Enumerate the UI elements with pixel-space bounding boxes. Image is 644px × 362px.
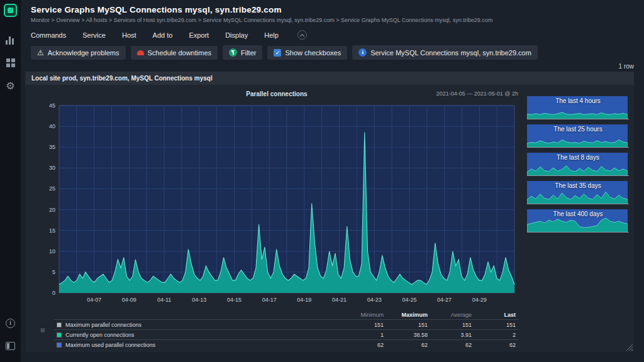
menu-service[interactable]: Service bbox=[82, 31, 106, 39]
setup-gear-icon[interactable]: ⚙ bbox=[6, 81, 14, 91]
page-title: Service Graphs MySQL Connections mysql, … bbox=[31, 5, 634, 14]
legend-value: 151 bbox=[474, 320, 518, 330]
siren-icon bbox=[137, 50, 144, 55]
preview-title: The last 35 days bbox=[527, 182, 629, 189]
legend-row: Maximum parallel connections151151151151 bbox=[54, 320, 518, 330]
menu-collapse-button[interactable] bbox=[297, 30, 307, 40]
filter-button[interactable]: Filter bbox=[223, 45, 262, 60]
menu-host[interactable]: Host bbox=[122, 31, 136, 39]
svg-text:04-13: 04-13 bbox=[192, 297, 206, 303]
row-count: 1 row bbox=[21, 63, 634, 70]
menu-display[interactable]: Display bbox=[225, 31, 248, 39]
graph-title: Parallel connections bbox=[246, 90, 307, 97]
svg-text:45: 45 bbox=[49, 102, 55, 109]
legend-row: Maximum used parallel connections6262626… bbox=[54, 340, 518, 350]
checkbox-icon: ✓ bbox=[274, 49, 281, 57]
svg-text:04-09: 04-09 bbox=[122, 297, 136, 303]
show-checkboxes-button[interactable]: ✓ Show checkboxes bbox=[267, 46, 347, 60]
button-label: Acknowledge problems bbox=[48, 49, 119, 57]
breadcrumb[interactable]: Monitor > Overview > All hosts > Service… bbox=[31, 17, 634, 23]
legend-value: 38.58 bbox=[386, 330, 430, 340]
preview-title: The last 8 days bbox=[527, 154, 629, 161]
chevron-up-icon bbox=[300, 34, 304, 38]
checkmk-logo[interactable] bbox=[4, 4, 17, 17]
preview-item[interactable]: The last 8 days bbox=[527, 153, 629, 176]
legend-metric-label: Maximum parallel connections bbox=[54, 320, 342, 330]
dashlet-title: Local site prod, syn.tribe29.com, MySQL … bbox=[25, 72, 634, 85]
col-minimum[interactable]: Minimum bbox=[342, 310, 386, 320]
filter-icon bbox=[229, 48, 237, 57]
legend-row: Currently open connections138.583.912 bbox=[54, 330, 518, 340]
preview-item[interactable]: The last 25 hours bbox=[527, 124, 629, 148]
svg-text:04-15: 04-15 bbox=[227, 297, 242, 303]
legend-value: 62 bbox=[474, 340, 518, 350]
menu-add-to[interactable]: Add to bbox=[153, 31, 173, 39]
info-icon[interactable]: i bbox=[6, 319, 15, 328]
menubar: Commands Service Host Add to Export Disp… bbox=[31, 30, 634, 40]
preview-title: The last 25 hours bbox=[527, 126, 629, 133]
page-header: Service Graphs MySQL Connections mysql, … bbox=[21, 0, 644, 23]
legend-header-row: Minimum Maximum Average Last bbox=[54, 310, 518, 320]
warning-icon: ⚠ bbox=[37, 50, 44, 56]
svg-text:04-11: 04-11 bbox=[157, 297, 171, 303]
graph-dashlet: Local site prod, syn.tribe29.com, MySQL … bbox=[25, 72, 634, 352]
preview-column: The last 4 hoursThe last 25 hoursThe las… bbox=[526, 89, 630, 349]
svg-text:40: 40 bbox=[49, 123, 55, 129]
menu-commands[interactable]: Commands bbox=[31, 31, 66, 39]
button-label: Service MySQL Connections mysql, syn.tri… bbox=[370, 49, 531, 57]
main-chart-svg[interactable]: 05101520253035404504-0704-0904-1104-1304… bbox=[30, 102, 521, 308]
acknowledge-problems-button[interactable]: ⚠ Acknowledge problems bbox=[31, 46, 126, 60]
service-info-button[interactable]: i Service MySQL Connections mysql, syn.t… bbox=[352, 45, 538, 60]
legend-value: 151 bbox=[386, 320, 430, 330]
legend-value: 151 bbox=[342, 320, 386, 330]
button-label: Schedule downtimes bbox=[148, 49, 212, 57]
legend-table: Minimum Maximum Average Last Maximum par… bbox=[54, 310, 518, 349]
legend-metric-label: Maximum used parallel connections bbox=[54, 340, 342, 350]
svg-text:0: 0 bbox=[52, 290, 55, 296]
col-last[interactable]: Last bbox=[474, 310, 518, 320]
sidebar: ⚙ i bbox=[0, 0, 21, 362]
svg-text:35: 35 bbox=[49, 144, 55, 150]
info-circle-icon: i bbox=[358, 48, 367, 57]
legend-metric-label: Currently open connections bbox=[54, 330, 342, 340]
legend-swatch-icon bbox=[57, 343, 62, 348]
legend-value: 62 bbox=[386, 340, 430, 350]
preview-item[interactable]: The last 4 hours bbox=[527, 96, 629, 119]
graph-legend: ≡ Minimum Maximum Average Last bbox=[30, 310, 523, 349]
legend-value: 2 bbox=[474, 330, 518, 340]
button-label: Filter bbox=[241, 49, 256, 57]
main-content: Service Graphs MySQL Connections mysql, … bbox=[21, 0, 644, 362]
legend-value: 62 bbox=[430, 340, 474, 350]
preview-item[interactable]: The last 35 days bbox=[527, 181, 629, 204]
svg-text:04-17: 04-17 bbox=[262, 297, 277, 303]
app-window: ⚙ i Service Graphs MySQL Connections mys… bbox=[0, 0, 644, 362]
legend-value: 1 bbox=[342, 330, 386, 340]
col-maximum[interactable]: Maximum bbox=[386, 310, 430, 320]
toolbar: ⚠ Acknowledge problems Schedule downtime… bbox=[31, 45, 634, 60]
menu-export[interactable]: Export bbox=[189, 31, 209, 39]
preview-title: The last 400 days bbox=[527, 211, 629, 217]
svg-text:5: 5 bbox=[52, 269, 55, 275]
sidebar-toggle-icon[interactable] bbox=[6, 342, 15, 350]
svg-text:04-29: 04-29 bbox=[472, 297, 487, 303]
menu-help[interactable]: Help bbox=[264, 31, 279, 39]
dashboards-icon[interactable] bbox=[6, 58, 15, 67]
svg-text:04-21: 04-21 bbox=[332, 297, 347, 303]
graph-area: Parallel connections 2021-04-05 — 2021-0… bbox=[30, 89, 523, 349]
legend-swatch-icon bbox=[57, 332, 62, 337]
drag-handle-icon[interactable]: ≡ bbox=[40, 325, 45, 334]
button-label: Show checkboxes bbox=[285, 49, 341, 57]
preview-item[interactable]: The last 400 days bbox=[527, 209, 629, 233]
monitor-views-icon[interactable] bbox=[6, 36, 15, 45]
svg-text:04-19: 04-19 bbox=[297, 297, 311, 303]
svg-text:10: 10 bbox=[49, 248, 55, 255]
svg-text:25: 25 bbox=[49, 185, 55, 192]
svg-text:20: 20 bbox=[49, 207, 55, 213]
svg-text:04-07: 04-07 bbox=[87, 297, 101, 303]
svg-text:15: 15 bbox=[49, 228, 55, 234]
svg-text:04-27: 04-27 bbox=[437, 297, 452, 303]
schedule-downtimes-button[interactable]: Schedule downtimes bbox=[131, 46, 218, 60]
col-average[interactable]: Average bbox=[430, 310, 474, 320]
legend-metric-header bbox=[54, 310, 342, 320]
legend-value: 3.91 bbox=[430, 330, 474, 340]
